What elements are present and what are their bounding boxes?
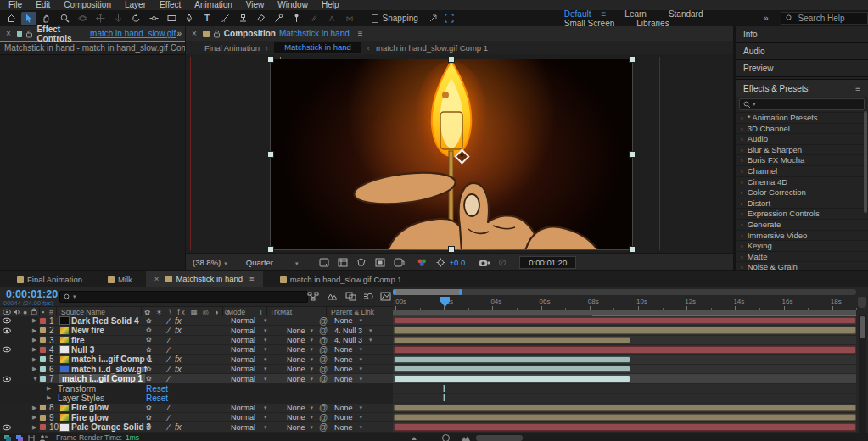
pan-camera-tool-icon[interactable] <box>92 12 108 25</box>
snap-region-icon[interactable] <box>445 14 454 23</box>
blend-mode-dropdown[interactable]: Normal▾ <box>231 413 267 421</box>
selection-handle[interactable] <box>267 56 274 63</box>
layer-row-8[interactable]: ▶8Fire glow✿∕Normal▾None▾@None▾ <box>0 404 393 413</box>
timeline-vertical-scrollbar[interactable] <box>859 315 866 433</box>
workspace-menu-icon[interactable]: ≡ <box>602 9 607 19</box>
label-color-swatch[interactable] <box>40 422 46 431</box>
eye-icon[interactable] <box>3 316 11 325</box>
layer-row-9[interactable]: ▶9Fire glow✿∕Normal▾None▾@None▾ <box>0 413 393 422</box>
type-tool-icon[interactable]: T <box>199 12 215 25</box>
frame-blending-icon[interactable] <box>345 292 356 301</box>
comp-marker-button[interactable] <box>858 297 866 308</box>
blend-mode-dropdown[interactable]: Normal▾ <box>231 404 267 412</box>
parent-link-dropdown[interactable]: 4. Null 3▾ <box>334 326 372 334</box>
layer-name[interactable]: Fire glow <box>71 404 109 412</box>
menu-file[interactable]: File <box>8 0 22 10</box>
work-area-end-handle[interactable] <box>459 289 462 295</box>
trkmat-dropdown[interactable]: None▾ <box>287 365 313 373</box>
exposure-gear-icon[interactable] <box>436 258 445 267</box>
roto-brush-tool-icon[interactable] <box>271 12 286 25</box>
chevron-right-icon[interactable]: ▶ <box>32 326 36 334</box>
layer-row-5[interactable]: ▶5match i...gif Comp 1✿∕fxNormal▾None▾@N… <box>0 355 393 365</box>
snap-angle-icon[interactable] <box>428 14 438 23</box>
shy-switch[interactable]: ✿ <box>146 345 152 354</box>
playhead-line[interactable] <box>445 299 445 433</box>
label-color-swatch[interactable] <box>40 374 46 382</box>
trkmat-dropdown[interactable]: None▾ <box>287 326 313 334</box>
label-color-swatch[interactable] <box>40 326 46 334</box>
layer-name[interactable]: Dark Red Solid 4 <box>71 316 138 325</box>
parent-pickwhip-icon[interactable]: @ <box>319 345 328 354</box>
team-project-icon[interactable] <box>39 434 49 441</box>
composition-mini-flowchart-icon[interactable] <box>307 292 319 301</box>
shy-switch[interactable]: ✿ <box>146 422 152 431</box>
effect-category[interactable]: ›Channel <box>736 165 868 176</box>
trkmat-dropdown[interactable]: None▾ <box>287 336 313 344</box>
timeline-tab-match-in-hand-slow-gif-comp-1[interactable]: match in hand_slow.gif Comp 1 <box>268 271 411 287</box>
layer-row-6[interactable]: ▶6match i..d_slow.gif✿∕fxNormal▾None▾@No… <box>0 365 393 374</box>
effect-category[interactable]: ›Distort <box>736 198 868 209</box>
panel-menu-icon[interactable]: ≡ <box>855 84 860 93</box>
current-timecode[interactable]: 0:00:01:20 <box>6 288 58 300</box>
timeline-zoom-slider[interactable] <box>422 438 457 438</box>
menu-window[interactable]: Window <box>277 0 308 10</box>
layer-duration-bar[interactable] <box>394 356 630 363</box>
blend-mode-dropdown[interactable]: Normal▾ <box>231 336 267 344</box>
menu-help[interactable]: Help <box>322 0 339 10</box>
layer-track-7[interactable] <box>393 374 856 383</box>
label-color-swatch[interactable] <box>40 365 46 373</box>
resolution-dropdown[interactable]: Quarter▾ <box>246 258 299 267</box>
effect-category[interactable]: ›Expression Controls <box>736 208 868 219</box>
orbit-camera-tool-icon[interactable] <box>75 12 90 25</box>
layer-duration-bar[interactable] <box>394 375 630 382</box>
chevron-right-icon[interactable]: ▶ <box>32 413 36 421</box>
brush-tool-icon[interactable] <box>217 12 232 25</box>
timeline-tab-milk[interactable]: Milk <box>96 271 141 287</box>
pan-behind-tool-icon[interactable] <box>146 12 161 25</box>
timeline-bottom-scrollbar[interactable] <box>476 435 523 441</box>
layer-track-4[interactable] <box>393 345 856 354</box>
mask-visibility-icon[interactable] <box>338 258 348 267</box>
chevron-right-icon[interactable]: ▶ <box>32 422 36 431</box>
fx-switch[interactable]: fx <box>175 365 182 373</box>
quality-switch[interactable]: ∕ <box>168 345 170 354</box>
property-row-layer-styles[interactable]: ▶Layer StylesReset <box>0 394 393 403</box>
parent-link-dropdown[interactable]: None▾ <box>334 355 362 364</box>
quality-switch[interactable]: ∕ <box>168 404 170 412</box>
effects-presets-header[interactable]: Effects & Presets ≡ <box>736 79 868 97</box>
parent-pickwhip-icon[interactable]: @ <box>319 355 328 364</box>
layer-row-2[interactable]: ▶2New fire✿∕fxNormal▾None▾@4. Null 3▾ <box>0 326 393 335</box>
eye-icon[interactable] <box>3 374 11 382</box>
panel-tab-audio[interactable]: Audio <box>736 43 868 60</box>
layer-track-9[interactable] <box>393 413 856 422</box>
chevron-right-icon[interactable]: ▶ <box>32 355 36 364</box>
mask-feather-tool-icon[interactable] <box>306 12 322 25</box>
label-color-swatch[interactable] <box>40 413 46 421</box>
layer-duration-bar[interactable] <box>394 317 856 324</box>
layer-duration-bar[interactable] <box>394 366 630 372</box>
shy-switch[interactable]: ✿ <box>146 326 152 334</box>
selection-handle[interactable] <box>629 151 636 158</box>
quality-switch[interactable]: ∕ <box>168 365 170 373</box>
chevron-right-icon[interactable]: ▶ <box>47 384 51 393</box>
effect-category[interactable]: ›* Animation Presets <box>736 112 868 123</box>
chevron-right-icon[interactable]: ▶ <box>47 394 51 402</box>
parent-link-dropdown[interactable]: None▾ <box>334 413 362 421</box>
effect-category[interactable]: ›Generate <box>736 219 868 230</box>
layer-track-6[interactable] <box>393 365 856 374</box>
label-color-swatch[interactable] <box>40 355 46 364</box>
trkmat-dropdown[interactable]: None▾ <box>287 404 313 412</box>
menu-animation[interactable]: Animation <box>194 0 232 10</box>
dolly-camera-tool-icon[interactable] <box>110 12 126 25</box>
effect-category[interactable]: ›Keying <box>736 240 868 251</box>
shy-switch[interactable]: ✿ <box>146 404 152 412</box>
quality-switch[interactable]: ∕ <box>168 316 170 325</box>
mode-column-header[interactable]: Mode <box>227 307 245 316</box>
magnification-dropdown[interactable]: (38.8%)▾ <box>193 258 227 267</box>
timeline-search-input[interactable]: ▾ <box>59 291 308 303</box>
eraser-tool-icon[interactable] <box>253 12 268 25</box>
blend-mode-dropdown[interactable]: Normal▾ <box>231 316 267 325</box>
eye-icon[interactable] <box>3 422 11 431</box>
preview-timecode[interactable]: 0:00:01:20 <box>519 256 576 269</box>
selection-handle[interactable] <box>629 246 636 253</box>
